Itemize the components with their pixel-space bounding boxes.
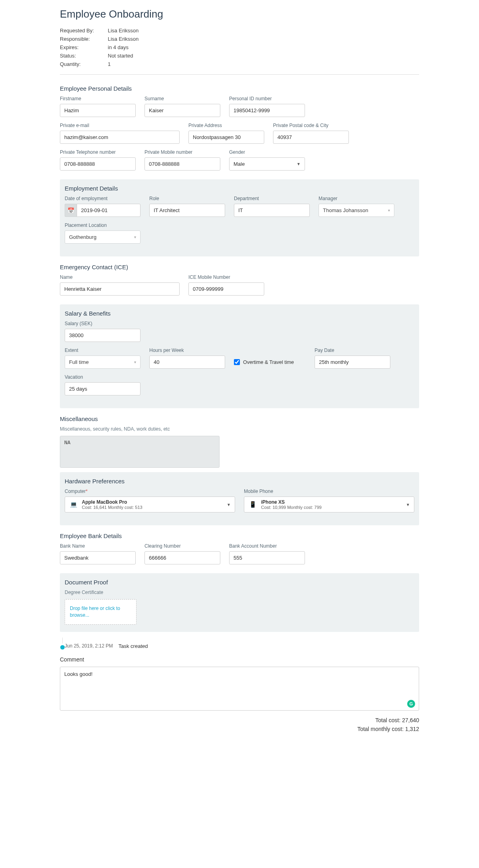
personal-section-title: Employee Personal Details [60,85,419,92]
postal-input[interactable] [273,131,349,144]
gender-label: Gender [229,149,305,155]
chevron-down-icon: ▼ [297,162,301,166]
timeline-text: Task created [119,643,148,649]
gender-select[interactable]: Male▼ [229,157,305,171]
ice-mobile-input[interactable] [188,282,264,296]
hardware-section-title: Hardware Preferences [65,478,414,485]
chevron-down-icon: ▾ [388,208,390,213]
quantity-label: Quantity: [60,61,108,67]
ice-mobile-label: ICE Mobile Number [188,274,264,280]
misc-textarea: NA [60,436,220,468]
address-label: Private Address [188,123,264,128]
calendar-icon: 📅 [65,204,77,217]
chevron-down-icon: ▼ [406,503,410,507]
phone-name: iPhone XS [261,499,402,505]
tel-label: Private Telephone number [60,149,136,155]
bank-section-title: Employee Bank Details [60,532,419,539]
ice-name-label: Name [60,274,180,280]
page-title: Employee Onboarding [60,8,419,20]
request-meta: Requested By:Lisa Eriksson Responsible:L… [60,28,419,67]
grammarly-icon[interactable]: G [407,700,415,708]
postal-label: Private Postal code & City [273,123,349,128]
total-monthly-cost: Total monthly cost: 1,312 [60,725,419,733]
hpw-input [149,356,225,369]
surname-label: Surname [144,96,220,101]
department-label: Department [234,196,310,201]
timeline-dot-icon [60,645,65,650]
docs-subtitle: Degree Certificate [65,590,414,595]
timeline-item: Jun 25, 2019, 2:12 PM Task created [65,643,419,649]
placement-label: Placement Location [65,222,141,228]
responsible-label: Responsible: [60,36,108,42]
misc-section-title: Miscellaneous [60,415,419,422]
laptop-icon: 💻 [69,500,78,509]
computer-name: Apple MacBook Pro [82,499,223,505]
misc-subtitle: Miscellaneous, security rules, NDA, work… [60,426,419,432]
expires-value: in 4 days [108,44,129,50]
hpw-label: Hours per Week [149,348,225,353]
computer-select[interactable]: 💻 Apple MacBook Pro Cost: 16,641 Monthly… [65,497,235,512]
account-input[interactable] [229,551,305,564]
quantity-value: 1 [108,61,111,67]
phone-label: Mobile Phone [244,489,414,494]
salary-label: Salary (SEK) [65,321,141,326]
ice-name-input[interactable] [60,282,180,296]
comment-textarea[interactable]: Looks good! [60,667,419,711]
extent-label: Extent [65,348,141,353]
email-input[interactable] [60,131,180,144]
file-dropzone[interactable]: Drop file here or click to browse... [65,599,137,625]
clearing-input[interactable] [144,551,220,564]
expires-label: Expires: [60,44,108,50]
total-cost: Total cost: 27,640 [60,716,419,725]
chevron-down-icon: ▾ [134,360,136,364]
bank-name-input[interactable] [60,551,136,564]
paydate-label: Pay Date [315,348,390,353]
paydate-input [315,356,390,369]
address-input[interactable] [188,131,264,144]
manager-label: Manager [319,196,394,201]
phone-cost: Cost: 10,999 Monthly cost: 799 [261,505,402,510]
bank-name-label: Bank Name [60,543,136,549]
mob-label: Private Mobile number [144,149,220,155]
date-employment-label: Date of employment [65,196,141,201]
ice-section-title: Emergency Contact (ICE) [60,264,419,270]
divider [60,74,419,75]
manager-select[interactable]: Thomas Johansson▾ [319,204,394,217]
extent-value: Full time [69,359,89,365]
date-employment-input[interactable] [77,204,141,217]
overtime-label: Overtime & Travel time [243,360,294,365]
chevron-down-icon: ▾ [134,235,136,239]
extent-select[interactable]: Full time▾ [65,356,141,369]
telephone-input[interactable] [60,157,136,171]
salary-input [65,329,141,342]
status-value: Not started [108,53,133,59]
comment-label: Comment [60,656,419,663]
overtime-checkbox[interactable] [234,359,240,365]
manager-value: Thomas Johansson [323,207,368,213]
role-label: Role [149,196,225,201]
pid-input[interactable] [229,104,305,117]
firstname-input[interactable] [60,104,136,117]
email-label: Private e-mail [60,123,180,128]
phone-select[interactable]: 📱 iPhone XS Cost: 10,999 Monthly cost: 7… [244,497,414,512]
pid-label: Personal ID number [229,96,305,101]
vacation-label: Vacation [65,374,141,380]
chevron-down-icon: ▼ [227,503,231,507]
computer-label: Computer* [65,489,235,494]
phone-icon: 📱 [248,500,257,509]
requested-by-label: Requested By: [60,28,108,34]
status-label: Status: [60,53,108,59]
vacation-input [65,382,141,395]
account-label: Bank Account Number [229,543,305,549]
docs-section-title: Document Proof [65,579,414,586]
mobile-input[interactable] [144,157,220,171]
computer-cost: Cost: 16,641 Monthly cost: 513 [82,505,223,510]
department-input [234,204,310,217]
surname-input[interactable] [144,104,220,117]
timeline-date: Jun 25, 2019, 2:12 PM [65,643,113,649]
role-input [149,204,225,217]
salary-section-title: Salary & Benefits [65,310,414,317]
placement-select[interactable]: Gothenburg▾ [65,230,141,244]
firstname-label: Firstname [60,96,136,101]
responsible-value: Lisa Eriksson [108,36,139,42]
